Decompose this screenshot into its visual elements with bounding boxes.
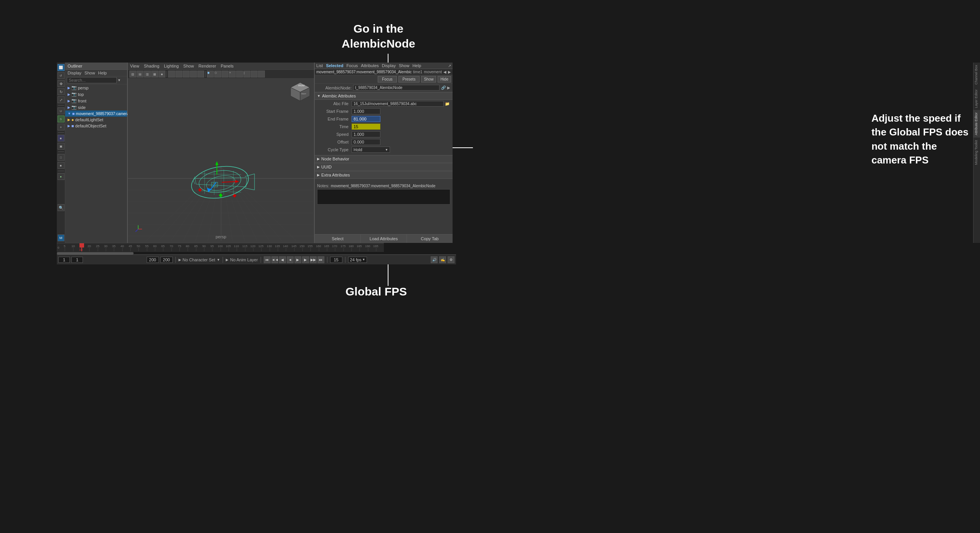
ae-tab-focus[interactable]: Focus [346,63,358,68]
maya-m-btn[interactable]: M [58,234,64,241]
tb-btn-2[interactable]: ▤ [137,71,144,78]
ae-alembic-link-icon[interactable]: 🔗 [441,86,446,90]
search-btn[interactable]: 🔍 [58,204,64,211]
ae-nav-next[interactable]: ▶ [448,70,451,74]
viewport-menu-view[interactable]: View [130,64,139,68]
bb-frame-current[interactable] [71,257,83,263]
viewport-3d[interactable]: FRONT RIGHT persp [128,79,314,241]
ae-section-node-behavior-arrow[interactable]: ▶ [317,157,320,161]
ae-scroll-area[interactable]: ▼ Alembic Attributes Abc File 📁 Start Fr… [315,92,453,234]
tree-item-persp[interactable]: ▶ 📷 persp [65,84,127,91]
tree-item-top[interactable]: ▶ 📷 top [65,91,127,97]
bb-frame-start[interactable] [58,257,70,263]
ae-select-btn[interactable]: Select [315,234,361,243]
ae-hide-btn[interactable]: Hide [438,76,451,83]
ae-copy-tab-btn[interactable]: Copy Tab [407,234,453,243]
ae-tab-help[interactable]: Help [412,63,421,68]
ae-tab-list[interactable]: List [316,63,323,68]
ipr-btn[interactable]: ▣ [58,143,64,150]
ae-notes-box[interactable] [317,189,450,205]
timeline-scrollbar[interactable] [57,251,384,254]
ae-alembic-node-input[interactable] [353,85,440,91]
layer-editor-tab[interactable]: Layer Editor [973,87,980,111]
transport-skip-start[interactable]: ⏮ [264,256,271,263]
ae-cycle-type-dropdown[interactable]: Hold ▼ [352,147,390,153]
ae-presets-btn[interactable]: Presets [398,76,420,83]
tb-btn-7[interactable] [175,71,182,78]
universal-tool-btn[interactable]: U [58,107,64,114]
timeline-area[interactable]: 0 5 10 15 20 25 30 35 40 45 50 55 60 [57,243,384,251]
tree-item-front[interactable]: ▶ 📷 front [65,97,127,104]
ae-load-attrs-btn[interactable]: Load Attributes [361,234,407,243]
bb-audio-btn[interactable]: 🔊 [431,256,438,263]
transport-play-back[interactable]: ◄ [287,256,294,263]
tb-btn-12[interactable]: ◇ [214,71,221,78]
navcube[interactable]: FRONT RIGHT [290,82,311,103]
render-btn[interactable]: ■ [58,135,64,142]
channel-box-tab[interactable]: Channel Box [973,63,980,87]
ae-offset-input[interactable] [352,139,380,145]
bb-frame-end2[interactable] [160,257,173,263]
transport-prev-key[interactable]: ◄◄ [271,256,278,263]
paint-btn[interactable]: ● [58,173,64,180]
viewport-menu-renderer[interactable]: Renderer [198,64,216,68]
ae-section-extra-arrow[interactable]: ▶ [317,173,320,177]
tb-btn-9[interactable] [190,71,197,78]
tb-btn-3[interactable]: ▥ [144,71,151,78]
outliner-menu-help[interactable]: Help [98,71,107,75]
ae-show-btn[interactable]: Show [421,76,436,83]
ae-nav-prev[interactable]: ◀ [443,70,446,74]
transport-skip-end[interactable]: ⏭ [317,256,324,263]
ae-time-input[interactable] [352,124,380,130]
tree-item-objectset[interactable]: ▶ ■ defaultObjectSet [65,123,127,129]
ae-section-uuid-arrow[interactable]: ▶ [317,165,320,169]
scale-tool-btn[interactable]: ⤢ [58,96,64,103]
outliner-menu-show[interactable]: Show [84,71,95,75]
viewport-menu-shading[interactable]: Shading [144,64,159,68]
bb-char-set-arrow[interactable]: ▼ [217,258,220,262]
rotate-tool-btn[interactable]: ↻ [58,88,64,95]
select-tool-btn[interactable]: ⬜ [58,64,64,71]
tb-btn-18[interactable] [258,71,265,78]
transport-play-fwd[interactable]: ▶ [294,256,301,263]
tb-btn-1[interactable]: ▧ [129,71,136,78]
tb-btn-16[interactable]: | [243,71,250,78]
tb-btn-10[interactable] [197,71,204,78]
tb-btn-8[interactable] [183,71,190,78]
tree-item-lightset[interactable]: ▶ ● defaultLightSet [65,117,127,123]
bb-extra-btn1[interactable]: ✍ [439,256,446,263]
tb-btn-17[interactable] [251,71,258,78]
outliner-menu-display[interactable]: Display [68,71,81,75]
tb-btn-6[interactable] [168,71,175,78]
bb-frame-end[interactable] [147,257,159,263]
ae-abc-file-folder-icon[interactable]: 📁 [445,102,450,106]
move-tool-btn[interactable]: ✥ [58,80,64,87]
modeling-toolkit-tab[interactable]: Modeling Toolkit [973,138,980,167]
viewport-menu-show[interactable]: Show [183,64,194,68]
lasso-tool-btn[interactable]: ↺ [58,72,64,79]
view-btn[interactable]: ■ [58,162,64,169]
tb-btn-14[interactable]: + [229,71,236,78]
bb-fps-selector[interactable]: 24 fps ▼ [348,257,367,263]
ae-end-frame-input[interactable] [352,116,380,122]
attribute-editor-tab[interactable]: Attribute Editor [973,110,980,138]
ae-tab-selected[interactable]: Selected [326,63,343,68]
transport-next-key[interactable]: ▶▶ [310,256,317,263]
outliner-search-dropdown[interactable]: ▼ [117,78,121,82]
ae-expand-icon[interactable]: ↗ [448,64,451,68]
ae-alembic-arrow-icon[interactable]: ▶ [447,86,450,90]
bb-extra-btn2[interactable]: ⚙ [448,256,454,263]
tb-btn-15[interactable] [236,71,243,78]
transport-next-frame[interactable]: ▶ [302,256,309,263]
tb-btn-13[interactable] [221,71,228,78]
tree-item-side[interactable]: ▶ 📷 side [65,104,127,111]
snap-btn[interactable]: ⋄ [58,124,64,130]
soft-select-btn[interactable]: S [58,116,64,122]
tree-item-cameras[interactable]: ▼ ■ movement_988579037:cameras [65,111,127,117]
ae-tab-attributes[interactable]: Attributes [361,63,378,68]
ae-speed-input[interactable] [352,131,380,137]
ae-section-alembic-arrow[interactable]: ▼ [317,94,321,98]
tb-btn-4[interactable]: ▦ [151,71,158,78]
transport-prev-frame[interactable]: ◀ [279,256,286,263]
ae-tab-display[interactable]: Display [382,63,396,68]
